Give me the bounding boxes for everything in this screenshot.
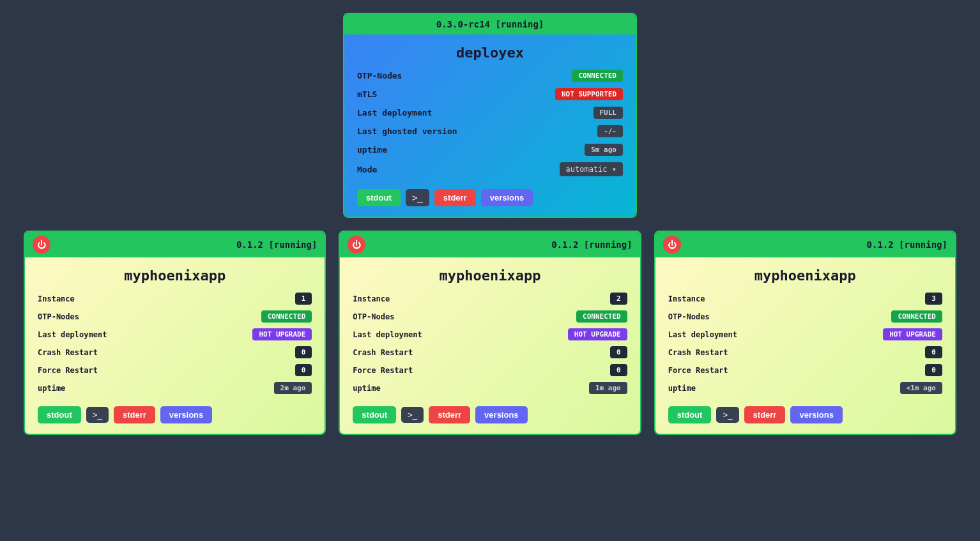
label-1-5: uptime bbox=[38, 384, 65, 393]
stderr-button[interactable]: stderr bbox=[434, 189, 476, 206]
label-2-5: uptime bbox=[353, 384, 380, 393]
terminal-button-1[interactable]: >_ bbox=[86, 407, 109, 423]
badge-3-1: CONNECTED bbox=[891, 310, 942, 323]
terminal-button-3[interactable]: >_ bbox=[716, 407, 739, 423]
mtls-badge: NOT SUPPORTED bbox=[555, 88, 623, 100]
otp-nodes-row: OTP-Nodes CONNECTED bbox=[357, 70, 623, 82]
bottom-card-1: ⏻0.1.2 [running]myphoenixappInstance1OTP… bbox=[24, 231, 326, 435]
stdout-button-2[interactable]: stdout bbox=[353, 406, 396, 423]
badge-3-0: 3 bbox=[925, 293, 942, 305]
terminal-button[interactable]: >_ bbox=[406, 189, 429, 206]
bottom-cards-row: ⏻0.1.2 [running]myphoenixappInstance1OTP… bbox=[24, 231, 956, 435]
row-1-1: OTP-NodesCONNECTED bbox=[38, 310, 312, 323]
top-card: 0.3.0-rc14 [running] deployex OTP-Nodes … bbox=[343, 13, 637, 218]
deployex-card-body: deployex OTP-Nodes CONNECTED mTLS NOT SU… bbox=[344, 34, 636, 217]
last-deployment-badge: FULL bbox=[593, 107, 624, 119]
stdout-button-3[interactable]: stdout bbox=[668, 406, 712, 423]
power-button-3[interactable]: ⏻ bbox=[663, 236, 681, 254]
power-button-1[interactable]: ⏻ bbox=[33, 236, 50, 254]
label-2-0: Instance bbox=[353, 294, 390, 303]
badge-2-0: 2 bbox=[610, 293, 627, 305]
row-1-5: uptime2m ago bbox=[38, 382, 312, 394]
bottom-footer-3: stdout>_stderrversions bbox=[668, 400, 942, 423]
badge-3-2: HOT UPGRADE bbox=[883, 328, 942, 340]
label-3-0: Instance bbox=[668, 294, 705, 303]
last-deployment-row: Last deployment FULL bbox=[357, 107, 623, 119]
versions-button-1[interactable]: versions bbox=[160, 406, 212, 423]
bottom-card-title-2: myphoenixapp bbox=[353, 268, 627, 284]
mode-row: Mode automatic ▾ bbox=[357, 162, 623, 176]
badge-1-1: CONNECTED bbox=[261, 310, 312, 323]
row-3-5: uptime<1m ago bbox=[668, 382, 942, 394]
row-1-2: Last deploymentHOT UPGRADE bbox=[38, 328, 312, 340]
versions-button-2[interactable]: versions bbox=[475, 406, 527, 423]
power-button-2[interactable]: ⏻ bbox=[348, 236, 365, 254]
label-3-3: Crash Restart bbox=[668, 348, 728, 357]
bottom-card-title-3: myphoenixapp bbox=[668, 268, 942, 284]
row-2-1: OTP-NodesCONNECTED bbox=[353, 310, 627, 323]
mode-label: Mode bbox=[357, 165, 377, 174]
versions-button[interactable]: versions bbox=[481, 189, 533, 206]
row-2-3: Crash Restart0 bbox=[353, 346, 627, 358]
label-3-1: OTP-Nodes bbox=[668, 312, 710, 321]
version-status-1: 0.1.2 [running] bbox=[57, 240, 317, 250]
badge-1-0: 1 bbox=[295, 293, 312, 305]
label-3-4: Force Restart bbox=[668, 366, 728, 375]
bottom-card-body-1: myphoenixappInstance1OTP-NodesCONNECTEDL… bbox=[25, 257, 325, 434]
mode-value: automatic ▾ bbox=[566, 165, 616, 174]
deployex-title: deployex bbox=[357, 45, 623, 61]
versions-button-3[interactable]: versions bbox=[790, 406, 842, 423]
last-ghosted-label: Last ghosted version bbox=[357, 126, 457, 136]
stderr-button-1[interactable]: stderr bbox=[114, 406, 155, 423]
uptime-badge: 5m ago bbox=[585, 144, 623, 156]
row-1-4: Force Restart0 bbox=[38, 364, 312, 376]
row-1-3: Crash Restart0 bbox=[38, 346, 312, 358]
deployex-card-header: 0.3.0-rc14 [running] bbox=[344, 14, 636, 34]
badge-2-1: CONNECTED bbox=[576, 310, 627, 323]
row-1-0: Instance1 bbox=[38, 293, 312, 305]
row-2-4: Force Restart0 bbox=[353, 364, 627, 376]
bottom-card-header-3: ⏻0.1.2 [running] bbox=[655, 232, 955, 257]
deployex-version-status: 0.3.0-rc14 [running] bbox=[436, 19, 544, 29]
mtls-label: mTLS bbox=[357, 89, 377, 99]
label-3-2: Last deployment bbox=[668, 330, 737, 339]
bottom-card-body-3: myphoenixappInstance3OTP-NodesCONNECTEDL… bbox=[655, 257, 955, 434]
row-3-1: OTP-NodesCONNECTED bbox=[668, 310, 942, 323]
terminal-icon: >_ bbox=[412, 192, 423, 203]
label-2-3: Crash Restart bbox=[353, 348, 413, 357]
bottom-card-body-2: myphoenixappInstance2OTP-NodesCONNECTEDL… bbox=[340, 257, 639, 434]
badge-3-5: <1m ago bbox=[900, 382, 942, 394]
uptime-row: uptime 5m ago bbox=[357, 144, 623, 156]
badge-1-5: 2m ago bbox=[274, 382, 312, 394]
badge-2-3: 0 bbox=[610, 346, 627, 358]
stderr-button-3[interactable]: stderr bbox=[744, 406, 786, 423]
stdout-button-1[interactable]: stdout bbox=[38, 406, 81, 423]
badge-3-3: 0 bbox=[925, 346, 942, 358]
mode-dropdown[interactable]: automatic ▾ bbox=[560, 162, 623, 176]
terminal-button-2[interactable]: >_ bbox=[401, 407, 424, 423]
row-3-3: Crash Restart0 bbox=[668, 346, 942, 358]
bottom-footer-2: stdout>_stderrversions bbox=[353, 400, 627, 423]
badge-3-4: 0 bbox=[925, 364, 942, 376]
badge-2-2: HOT UPGRADE bbox=[568, 328, 627, 340]
label-3-5: uptime bbox=[668, 384, 696, 393]
version-status-2: 0.1.2 [running] bbox=[372, 240, 632, 250]
badge-1-3: 0 bbox=[295, 346, 312, 358]
otp-nodes-label: OTP-Nodes bbox=[357, 71, 402, 80]
row-3-0: Instance3 bbox=[668, 293, 942, 305]
stdout-button[interactable]: stdout bbox=[357, 189, 401, 206]
deployex-footer: stdout >_ stderr versions bbox=[357, 183, 623, 206]
bottom-card-3: ⏻0.1.2 [running]myphoenixappInstance3OTP… bbox=[654, 231, 956, 435]
row-2-5: uptime1m ago bbox=[353, 382, 627, 394]
label-1-1: OTP-Nodes bbox=[38, 312, 79, 321]
row-2-0: Instance2 bbox=[353, 293, 627, 305]
mtls-row: mTLS NOT SUPPORTED bbox=[357, 88, 623, 100]
badge-1-2: HOT UPGRADE bbox=[252, 328, 312, 340]
row-3-4: Force Restart0 bbox=[668, 364, 942, 376]
deployex-card: 0.3.0-rc14 [running] deployex OTP-Nodes … bbox=[343, 13, 637, 218]
row-2-2: Last deploymentHOT UPGRADE bbox=[353, 328, 627, 340]
stderr-button-2[interactable]: stderr bbox=[429, 406, 470, 423]
last-ghosted-badge: -/- bbox=[597, 125, 623, 137]
label-1-4: Force Restart bbox=[38, 366, 98, 375]
otp-nodes-badge: CONNECTED bbox=[572, 70, 623, 82]
